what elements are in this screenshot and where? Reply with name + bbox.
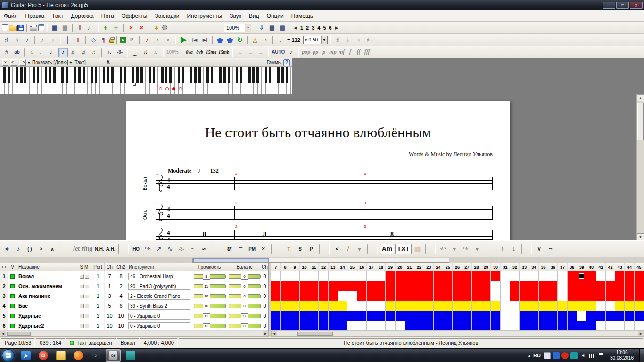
grid-cell[interactable] [443,291,453,301]
grid-cell[interactable] [271,321,281,331]
grid-cell[interactable] [529,301,539,311]
wide-vibrato-button[interactable]: ≈ [199,244,209,254]
append-measure-button[interactable]: + [111,23,121,33]
hammer-on-button[interactable]: HO [131,244,141,254]
measure-number-header[interactable]: 17 [367,263,376,271]
grid-cell[interactable] [606,301,615,311]
ghost-note-button[interactable]: ( ) [25,244,35,254]
grid-cell[interactable] [472,311,481,321]
port-value[interactable]: 1 [91,301,105,311]
maximize-button[interactable]: □ [616,2,629,9]
mute-button[interactable] [85,314,89,318]
grid-cell[interactable] [577,281,586,291]
grid-cell[interactable] [347,311,357,321]
scrollbar-thumb[interactable] [637,103,644,140]
grid-cell[interactable] [548,321,558,331]
track-active-cell[interactable] [8,311,17,321]
mixer-track-row[interactable]: 1 Вокал 1 7 8 46 - Orchestral Harp 3 0 0 [0,272,268,281]
measure-number-header[interactable]: 12 [319,263,328,271]
grid-cell[interactable] [300,311,309,321]
grid-cell[interactable] [520,281,529,291]
piano-black-keys[interactable] [0,67,292,83]
grid-cell[interactable] [586,281,596,291]
tapping-button[interactable]: T [284,244,294,254]
piano-show-label[interactable]: Показать [Долю] + [Такт] [32,60,86,65]
grid-cell[interactable] [271,272,281,281]
chevron-down-icon[interactable]: ▾ [28,60,30,65]
grid-cell[interactable] [338,321,347,331]
channel2-value[interactable]: 2 [115,281,127,291]
marker-list-button[interactable]: P. [127,35,137,45]
minimize-button[interactable]: — [603,2,615,9]
mixer-track-row[interactable]: 5 Ударные 1 10 10 0 - Ударные 0 11 0 0 [0,311,268,321]
instrument-select[interactable]: 0 - Ударные 0 [127,311,191,321]
grid-cell[interactable] [309,311,319,321]
instrument-select[interactable]: 2 - Electric Grand Piano [127,291,191,301]
solo-button[interactable] [80,294,84,298]
grid-cell[interactable] [596,281,606,291]
grid-cell[interactable] [635,321,644,331]
score-page[interactable]: Не стоит быть отчаянно влюблённым Words … [126,101,510,240]
slapping-button[interactable]: S [295,244,305,254]
grid-cell[interactable] [386,281,395,291]
mixer-track-row[interactable]: 6 Ударные2 1 10 10 0 - Ударные 0 11 0 0 [0,321,268,331]
menu-item[interactable]: Эффекты [118,11,151,21]
measure-number-header[interactable]: 36 [548,263,558,271]
grid-cell[interactable] [529,311,539,321]
grid-cell[interactable] [405,281,414,291]
measure-number-header[interactable]: 16 [357,263,367,271]
grid-cell[interactable] [596,321,606,331]
new-file-button[interactable] [2,24,8,31]
grid-cell[interactable] [596,291,606,301]
grid-cell[interactable] [491,311,500,321]
port-value[interactable]: 1 [91,272,105,281]
mixer-track-row[interactable]: 3 Акк пианино 1 3 4 2 - Electric Grand P… [0,291,268,301]
dynamic-mf-button[interactable]: mf [338,48,346,57]
balance-slider[interactable]: 0 [229,324,261,328]
artificial-harmonic-button[interactable]: A.H. [106,244,116,254]
grid-cell[interactable] [281,301,290,311]
heavy-accent-button[interactable]: ∧ [47,244,58,254]
measure-number-header[interactable]: 23 [424,263,434,271]
chord-notes[interactable]: 8 [203,231,206,239]
grid-cell[interactable] [376,291,386,301]
grid-cell[interactable] [290,272,300,281]
taskbar-app-explorer[interactable] [53,349,68,362]
volume-slider[interactable]: 11 [194,314,226,318]
menu-item[interactable]: Инструменты [183,11,226,21]
grid-cell[interactable] [367,301,376,311]
grid-cell[interactable] [319,281,328,291]
grid-cell[interactable] [309,281,319,291]
measure-number-header[interactable]: 37 [558,263,567,271]
grid-cell[interactable] [462,272,472,281]
mix-table-change-button[interactable]: ▦ [413,244,423,254]
solo-button[interactable] [80,304,84,308]
grid-cell[interactable] [309,291,319,301]
grid-cell[interactable] [424,291,434,301]
grid-cell[interactable] [491,301,500,311]
measure-number-header[interactable]: 8 [281,263,290,271]
grid-cell[interactable] [329,291,338,301]
measure-number-header[interactable]: 43 [615,263,625,271]
keyboard-panel-button[interactable]: ▤ [278,23,287,33]
palm-mute-button[interactable]: PM [247,244,257,254]
instrument-select[interactable]: 0 - Ударные 0 [127,321,191,330]
shift-up-button[interactable]: ↑ [497,244,508,254]
grid-cell[interactable] [501,272,510,281]
quindicesima-15ma-button[interactable]: 15ma [206,48,217,57]
instrument-select[interactable]: 46 - Orchestral Harp [127,272,191,281]
grid-cell[interactable] [376,301,386,311]
channel2-value[interactable]: 8 [115,272,127,281]
grid-cell[interactable] [357,272,367,281]
grid-cell[interactable] [558,272,567,281]
grid-cell[interactable] [347,291,357,301]
grid-cell[interactable] [539,311,548,321]
grid-cell[interactable] [367,272,376,281]
track-properties-button[interactable]: ▦ [50,23,59,33]
taskbar-app-misc[interactable] [123,349,138,362]
grid-cell[interactable] [491,291,500,301]
go-to-start-button[interactable]: |◀ [190,35,199,45]
scrollbar-track[interactable] [192,258,449,263]
grid-cell[interactable] [376,272,386,281]
measure-number-header[interactable]: 27 [462,263,472,271]
